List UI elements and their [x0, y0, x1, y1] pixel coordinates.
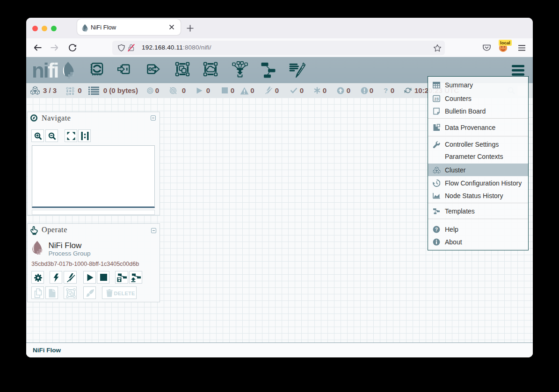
- svg-text:?: ?: [435, 227, 438, 232]
- svg-text:23: 23: [434, 96, 439, 101]
